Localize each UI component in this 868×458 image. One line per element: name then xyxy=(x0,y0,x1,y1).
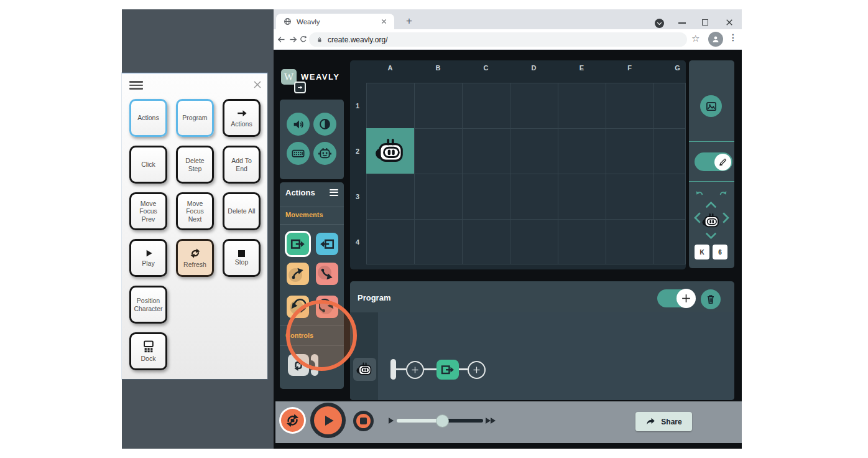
grid-cell-D3[interactable] xyxy=(510,174,558,220)
share-button[interactable]: Share xyxy=(635,412,692,431)
grid-cell-F1[interactable] xyxy=(606,83,654,129)
actions-panel-menu-icon[interactable] xyxy=(330,187,338,197)
grid-cell-G2[interactable] xyxy=(654,129,686,174)
arrow-right-icon xyxy=(234,108,249,119)
grid-cell-A1[interactable] xyxy=(367,83,415,129)
background-picker-button[interactable] xyxy=(700,95,722,117)
character-select-button[interactable] xyxy=(313,142,336,165)
move-up-chevron[interactable] xyxy=(704,201,718,208)
grid-cell-D4[interactable] xyxy=(510,220,558,264)
grid-column-label-G: G xyxy=(653,64,686,72)
keyboard-shortcuts-button[interactable] xyxy=(287,142,310,165)
menu-button-delete-all[interactable]: Delete All xyxy=(223,192,261,230)
add-node-toggle[interactable] xyxy=(657,289,690,307)
slider-thumb[interactable] xyxy=(436,414,449,428)
window-minimize-button[interactable] xyxy=(678,22,686,24)
menu-button-delete-step[interactable]: Delete Step xyxy=(176,146,214,184)
grid-cell-B2[interactable] xyxy=(415,129,463,174)
block-backward[interactable] xyxy=(316,233,338,255)
grid-cell-B3[interactable] xyxy=(415,174,463,220)
grid-cell-F2[interactable] xyxy=(606,129,654,174)
grid-cell-D2[interactable] xyxy=(510,129,558,174)
position-row-input[interactable]: 6 xyxy=(713,245,727,259)
grid-cell-G1[interactable] xyxy=(654,83,686,129)
grid-cell-B4[interactable] xyxy=(415,220,463,264)
program-step-forward[interactable] xyxy=(436,360,459,380)
menu-button-position-character[interactable]: Position Character xyxy=(129,286,167,324)
browser-tab[interactable]: Weavly xyxy=(276,14,394,29)
window-maximize-button[interactable] xyxy=(702,19,708,26)
grid-cell-A3[interactable] xyxy=(367,174,415,220)
program-start-handle[interactable] xyxy=(390,359,396,380)
grid-cell-E4[interactable] xyxy=(558,220,606,264)
undo-icon[interactable] xyxy=(694,190,705,199)
browser-menu-icon[interactable]: ⋮ xyxy=(729,32,737,42)
new-tab-button[interactable]: + xyxy=(403,15,415,27)
robot-character[interactable] xyxy=(375,138,406,164)
grid-column-labels: ABCDEFG xyxy=(366,64,686,72)
grid-cell-E2[interactable] xyxy=(558,129,606,174)
bookmark-star-icon[interactable]: ☆ xyxy=(691,33,699,44)
menu-button-play[interactable]: Play xyxy=(129,239,167,277)
sound-button[interactable] xyxy=(287,113,310,136)
grid-cell-E3[interactable] xyxy=(558,174,606,220)
address-bar[interactable]: create.weavly.org/ xyxy=(309,32,687,47)
menu-hamburger-icon[interactable] xyxy=(129,79,143,91)
block-turn-left-90[interactable] xyxy=(287,296,309,318)
menu-button-stop[interactable]: Stop xyxy=(223,239,261,277)
menu-button-goto-actions[interactable]: Actions xyxy=(223,99,261,137)
grid-cell-C3[interactable] xyxy=(463,174,510,220)
grid-cell-D1[interactable] xyxy=(510,83,558,129)
menu-button-click[interactable]: Click xyxy=(129,146,167,184)
menu-button-refresh[interactable]: Refresh xyxy=(176,239,214,277)
button-label: Delete All xyxy=(228,207,255,215)
menu-button-move-focus-prev[interactable]: Move Focus Prev xyxy=(129,192,167,230)
forward-icon[interactable] xyxy=(289,35,298,44)
menu-button-dock[interactable]: Dock xyxy=(129,332,167,370)
block-forward[interactable] xyxy=(287,233,309,255)
redo-icon[interactable] xyxy=(718,190,729,199)
grid-cell-F3[interactable] xyxy=(606,174,654,220)
character-cell-A2[interactable] xyxy=(366,128,414,174)
position-column-input[interactable]: K xyxy=(695,245,709,259)
contrast-button[interactable] xyxy=(313,113,336,136)
connector xyxy=(424,368,436,370)
add-step-node-2[interactable] xyxy=(468,361,486,379)
program-character-tab[interactable] xyxy=(353,358,376,381)
add-step-node-1[interactable] xyxy=(406,361,424,379)
button-label: Delete Step xyxy=(179,157,211,172)
window-close-button[interactable] xyxy=(726,19,733,26)
grid-cell-C1[interactable] xyxy=(463,83,510,129)
move-left-chevron[interactable] xyxy=(694,212,701,225)
browser-update-badge[interactable] xyxy=(655,19,664,28)
grid-cell-C4[interactable] xyxy=(463,220,510,264)
speed-slider[interactable] xyxy=(397,419,483,423)
move-down-chevron[interactable] xyxy=(704,232,718,240)
menu-button-move-focus-next[interactable]: Move Focus Next xyxy=(176,192,214,230)
grid-cell-C2[interactable] xyxy=(463,129,510,174)
move-right-chevron[interactable] xyxy=(723,212,730,225)
grid-cell-A4[interactable] xyxy=(367,220,415,264)
block-turn-right-90[interactable] xyxy=(316,296,338,318)
reset-grid-icon xyxy=(285,413,300,428)
delete-program-button[interactable] xyxy=(701,289,721,309)
block-turn-right-45[interactable] xyxy=(316,263,338,285)
play-button[interactable] xyxy=(310,403,346,438)
pen-toggle[interactable] xyxy=(695,152,732,171)
menu-button-actions[interactable]: Actions xyxy=(129,99,167,137)
grid-cell-F4[interactable] xyxy=(606,220,654,264)
tab-close-icon[interactable] xyxy=(381,19,387,24)
menu-button-program[interactable]: Program xyxy=(176,99,214,137)
reload-icon[interactable] xyxy=(299,35,308,44)
grid-cell-G4[interactable] xyxy=(654,220,686,264)
reset-button[interactable] xyxy=(279,407,306,434)
grid-cell-G3[interactable] xyxy=(654,174,686,220)
menu-button-add-to-end[interactable]: Add To End xyxy=(223,146,261,184)
avatar[interactable] xyxy=(708,32,723,47)
back-icon[interactable] xyxy=(277,35,286,44)
grid-cell-E1[interactable] xyxy=(558,83,606,129)
grid-cell-B1[interactable] xyxy=(415,83,463,129)
block-turn-left-45[interactable] xyxy=(287,263,309,285)
stop-button[interactable] xyxy=(353,411,374,431)
menu-close-icon[interactable] xyxy=(253,80,262,89)
